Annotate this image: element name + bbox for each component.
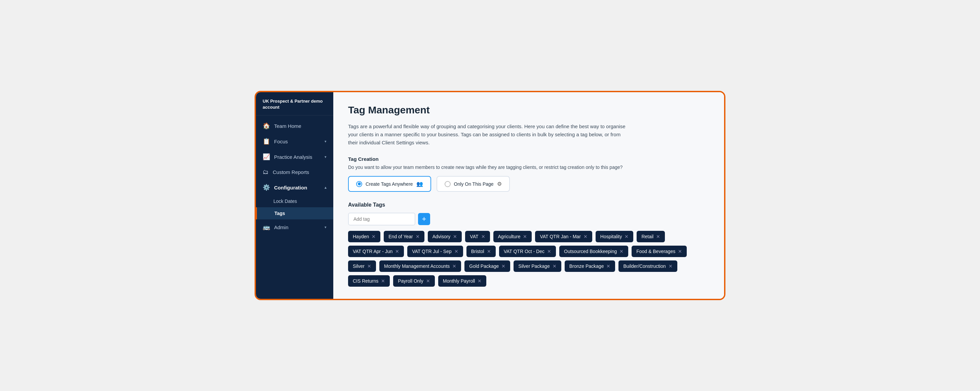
tag-remove-icon[interactable]: ✕ — [606, 263, 610, 269]
tag-label: VAT QTR Jan - Mar — [540, 234, 581, 239]
tag-remove-icon[interactable]: ✕ — [625, 234, 628, 239]
sidebar-item-team-home[interactable]: 🏠 Team Home — [256, 118, 333, 134]
tag-remove-icon[interactable]: ✕ — [372, 234, 375, 239]
sidebar-sub-tags[interactable]: Tags — [256, 207, 333, 219]
tag-chip[interactable]: Silver Package✕ — [514, 260, 561, 272]
tag-chip[interactable]: Outsourced Bookkeeping✕ — [559, 246, 628, 257]
only-this-page-label: Only On This Page — [454, 181, 494, 187]
tag-remove-icon[interactable]: ✕ — [487, 249, 491, 254]
sidebar-item-configuration[interactable]: ⚙️ Configuration ▴ — [256, 180, 333, 195]
tag-chip[interactable]: Bristol✕ — [466, 246, 496, 257]
tag-label: Silver Package — [518, 263, 549, 269]
sidebar-sub-lock-dates[interactable]: Lock Dates — [256, 195, 333, 207]
tag-creation-description: Do you want to allow your team members t… — [348, 164, 631, 170]
tag-creation-heading: Tag Creation — [348, 156, 709, 162]
tag-chip[interactable]: Silver✕ — [348, 260, 376, 272]
tag-remove-icon[interactable]: ✕ — [477, 278, 482, 284]
tag-label: Monthly Payroll — [443, 278, 475, 284]
tag-label: Builder/Construction — [623, 263, 665, 269]
tag-chip[interactable]: Bronze Package✕ — [565, 260, 616, 272]
tag-chip[interactable]: Food & Beverages✕ — [632, 246, 687, 257]
sidebar-item-focus[interactable]: 📋 Focus ▾ — [256, 134, 333, 149]
tag-label: Payroll Only — [398, 278, 423, 284]
tag-label: Hospitality — [600, 234, 622, 239]
chevron-down-icon: ▾ — [325, 225, 326, 230]
create-tags-anywhere-option[interactable]: Create Tags Anywhere 👥 — [348, 176, 431, 192]
create-anywhere-icon: 👥 — [416, 181, 423, 187]
tag-chip[interactable]: VAT QTR Oct - Dec✕ — [499, 246, 556, 257]
tag-label: VAT QTR Apr - Jun — [353, 249, 393, 254]
tag-label: Bristol — [471, 249, 484, 254]
gear-icon: ⚙️ — [262, 184, 270, 191]
tag-label: Food & Beverages — [636, 249, 675, 254]
tag-remove-icon[interactable]: ✕ — [481, 234, 485, 239]
tag-remove-icon[interactable]: ✕ — [454, 249, 458, 254]
create-tags-anywhere-label: Create Tags Anywhere — [366, 181, 413, 187]
tag-remove-icon[interactable]: ✕ — [523, 234, 527, 239]
chevron-down-icon: ▾ — [325, 139, 326, 144]
tag-remove-icon[interactable]: ✕ — [416, 234, 420, 239]
tag-remove-icon[interactable]: ✕ — [668, 263, 673, 269]
tag-label: Retail — [641, 234, 654, 239]
tag-label: VAT QTR Oct - Dec — [504, 249, 544, 254]
sidebar: UK Prospect & Partner demo account 🏠 Tea… — [256, 92, 333, 299]
focus-icon: 📋 — [262, 137, 270, 145]
tag-remove-icon[interactable]: ✕ — [547, 249, 551, 254]
chevron-up-icon: ▴ — [325, 185, 326, 190]
tag-chip[interactable]: Payroll Only✕ — [393, 275, 434, 287]
tag-chip[interactable]: Advisory✕ — [428, 231, 462, 242]
tag-remove-icon[interactable]: ✕ — [552, 263, 557, 269]
only-on-this-page-option[interactable]: Only On This Page ⚙ — [436, 176, 510, 192]
app-frame: UK Prospect & Partner demo account 🏠 Tea… — [255, 91, 725, 300]
tags-container: Hayden✕End of Year✕Advisory✕VAT✕Agricult… — [348, 231, 709, 287]
admin-icon: 🚌 — [262, 223, 270, 231]
sidebar-item-custom-reports[interactable]: 🗂 Custom Reports — [256, 164, 333, 180]
tag-chip[interactable]: Retail✕ — [636, 231, 665, 242]
tag-chip[interactable]: VAT QTR Jul - Sep✕ — [407, 246, 463, 257]
tag-chip[interactable]: VAT✕ — [465, 231, 490, 242]
add-tag-row: + — [348, 213, 709, 225]
tag-chip[interactable]: Hayden✕ — [348, 231, 380, 242]
sidebar-item-admin[interactable]: 🚌 Admin ▾ — [256, 219, 333, 235]
tag-chip[interactable]: Agriculture✕ — [493, 231, 532, 242]
tag-remove-icon[interactable]: ✕ — [367, 263, 371, 269]
tag-chip[interactable]: CIS Returns✕ — [348, 275, 390, 287]
available-tags-heading: Available Tags — [348, 202, 709, 208]
tag-chip[interactable]: Hospitality✕ — [596, 231, 633, 242]
tag-chip[interactable]: Monthly Payroll✕ — [438, 275, 487, 287]
radio-dot-create-anywhere — [356, 181, 362, 187]
tag-remove-icon[interactable]: ✕ — [678, 249, 682, 254]
main-content: Tag Management Tags are a powerful and f… — [333, 92, 724, 299]
tag-remove-icon[interactable]: ✕ — [426, 278, 430, 284]
add-tag-button[interactable]: + — [418, 213, 430, 225]
tag-remove-icon[interactable]: ✕ — [619, 249, 624, 254]
page-title: Tag Management — [348, 104, 709, 116]
chevron-down-icon: ▾ — [325, 155, 326, 159]
tag-remove-icon[interactable]: ✕ — [452, 263, 457, 269]
add-tag-input[interactable] — [348, 213, 415, 225]
tag-label: Silver — [353, 263, 364, 269]
tag-remove-icon[interactable]: ✕ — [656, 234, 660, 239]
tag-label: CIS Returns — [353, 278, 379, 284]
tag-remove-icon[interactable]: ✕ — [584, 234, 587, 239]
only-page-icon: ⚙ — [497, 181, 502, 187]
tag-chip[interactable]: Builder/Construction✕ — [619, 260, 677, 272]
tag-chip[interactable]: VAT QTR Jan - Mar✕ — [535, 231, 592, 242]
tag-chip[interactable]: VAT QTR Apr - Jun✕ — [348, 246, 404, 257]
tag-label: Bronze Package — [570, 263, 604, 269]
tag-chip[interactable]: Gold Package✕ — [465, 260, 510, 272]
chart-icon: 📈 — [262, 153, 270, 161]
reports-icon: 🗂 — [262, 169, 269, 176]
tag-chip[interactable]: End of Year✕ — [384, 231, 424, 242]
tag-label: VAT QTR Jul - Sep — [412, 249, 451, 254]
sidebar-item-practice-analysis[interactable]: 📈 Practice Analysis ▾ — [256, 149, 333, 164]
tag-remove-icon[interactable]: ✕ — [395, 249, 399, 254]
tag-label: Advisory — [433, 234, 451, 239]
page-description: Tags are a powerful and flexible way of … — [348, 123, 631, 147]
tag-remove-icon[interactable]: ✕ — [381, 278, 385, 284]
tag-chip[interactable]: Monthly Management Accounts✕ — [379, 260, 461, 272]
tag-remove-icon[interactable]: ✕ — [453, 234, 457, 239]
tag-label: Monthly Management Accounts — [384, 263, 450, 269]
tag-remove-icon[interactable]: ✕ — [501, 263, 506, 269]
tag-label: Agriculture — [498, 234, 520, 239]
